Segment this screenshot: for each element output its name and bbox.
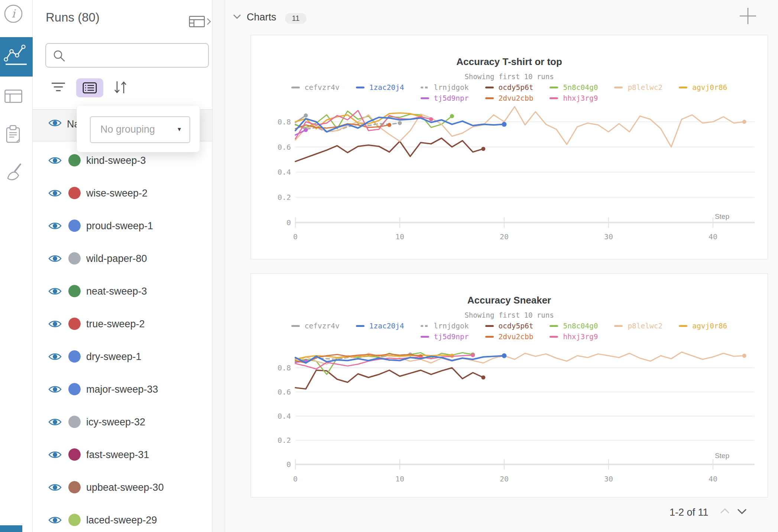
visibility-eye-icon[interactable] [48, 417, 62, 429]
legend-item[interactable]: cefvzr4v [291, 322, 340, 330]
panel-scroll-gutter[interactable] [212, 0, 225, 532]
legend-item[interactable]: 1zac20j4 [356, 322, 404, 330]
legend-item[interactable]: ocdy5p6t [485, 83, 534, 92]
legend-label: lrnjdgok [434, 83, 469, 92]
sort-icon[interactable] [113, 80, 128, 94]
legend-item[interactable]: 2dvu2cbb [485, 94, 534, 103]
chevron-down-icon[interactable] [233, 13, 242, 20]
visibility-eye-icon[interactable] [48, 118, 62, 130]
legend-item[interactable]: ocdy5p6t [485, 322, 534, 330]
grouping-select[interactable]: No grouping ▼ [90, 116, 190, 143]
run-name[interactable]: kind-sweep-3 [86, 155, 146, 166]
visibility-eye-icon[interactable] [48, 450, 62, 461]
filter-icon[interactable] [52, 82, 65, 92]
legend-item[interactable]: p8lelwc2 [614, 322, 662, 330]
expand-table-button[interactable] [189, 16, 212, 28]
svg-text:0.2: 0.2 [278, 193, 291, 202]
run-row[interactable]: true-sweep-2 [33, 308, 212, 340]
run-name[interactable]: icy-sweep-32 [86, 416, 145, 428]
search-icon [53, 49, 66, 63]
legend-swatch-icon [550, 336, 558, 338]
chart-title: Accuracy Sneaker [251, 295, 768, 306]
run-row[interactable]: wild-paper-80 [33, 242, 212, 275]
visibility-eye-icon[interactable] [48, 155, 62, 167]
visibility-eye-icon[interactable] [48, 286, 62, 298]
page-down-chevron-icon[interactable] [736, 507, 748, 515]
run-row[interactable]: upbeat-sweep-30 [33, 471, 212, 504]
legend-item[interactable]: tj5d9npr [421, 332, 469, 341]
chart-panel-accuracy-tshirt[interactable]: Accuracy T-shirt or top Showing first 10… [250, 35, 768, 259]
legend-item[interactable]: 2dvu2cbb [485, 332, 534, 341]
run-color-dot [68, 154, 81, 166]
legend-item[interactable]: hhxj3rg9 [550, 94, 598, 103]
run-name[interactable]: laced-sweep-29 [86, 515, 157, 526]
run-search-input[interactable] [68, 45, 202, 65]
legend-row: tj5d9npr2dvu2cbbhhxj3rg9 [251, 332, 768, 341]
legend-item[interactable]: agvj0r86 [679, 322, 727, 330]
run-row[interactable]: dry-sweep-1 [33, 340, 212, 373]
run-name[interactable]: upbeat-sweep-30 [86, 482, 164, 493]
legend-label: 2dvu2cbb [499, 332, 534, 341]
visibility-eye-icon[interactable] [48, 482, 62, 494]
run-row[interactable]: wise-sweep-2 [33, 177, 212, 210]
series-line-p8lelwc2 [295, 352, 744, 364]
visibility-eye-icon[interactable] [48, 253, 62, 265]
run-name[interactable]: true-sweep-2 [86, 318, 145, 330]
run-row[interactable]: proud-sweep-1 [33, 210, 212, 242]
run-name[interactable]: fast-sweep-31 [86, 449, 149, 461]
run-color-dot [68, 285, 81, 297]
legend-item[interactable]: lrnjdgok [421, 322, 469, 330]
run-name[interactable]: dry-sweep-1 [86, 351, 142, 363]
legend-item[interactable]: 1zac20j4 [356, 83, 404, 92]
series-end-dot [304, 359, 308, 363]
table-icon[interactable] [4, 90, 23, 104]
nav-bottom-active-strip[interactable] [0, 525, 22, 532]
svg-text:0.4: 0.4 [278, 412, 291, 421]
legend-swatch-icon [485, 87, 494, 88]
visibility-eye-icon[interactable] [48, 515, 62, 527]
legend-label: tj5d9npr [434, 332, 469, 341]
legend-item[interactable]: p8lelwc2 [614, 83, 662, 92]
legend-swatch-icon [679, 87, 687, 88]
series-end-dot [304, 113, 308, 117]
legend-item[interactable]: tj5d9npr [421, 94, 469, 103]
legend-item[interactable]: 5n8c04g0 [550, 322, 598, 330]
group-list-button[interactable] [76, 78, 103, 97]
visibility-eye-icon[interactable] [48, 319, 62, 331]
legend-swatch-icon [550, 97, 558, 99]
page-up-chevron-icon[interactable] [719, 507, 731, 515]
legend-item[interactable]: 5n8c04g0 [550, 83, 598, 92]
run-name[interactable]: neat-sweep-3 [86, 286, 147, 297]
chart-title: Accuracy T-shirt or top [251, 56, 768, 68]
visibility-eye-icon[interactable] [48, 351, 62, 363]
legend-item[interactable]: hhxj3rg9 [550, 332, 598, 341]
series-end-dot [429, 117, 433, 121]
add-panel-plus-icon[interactable] [738, 6, 758, 26]
visibility-eye-icon[interactable] [48, 188, 62, 200]
series-line-p8lelwc2 [295, 107, 744, 147]
series-line-agvj0r86 [295, 355, 452, 359]
run-row[interactable]: neat-sweep-3 [33, 275, 212, 308]
clipboard-icon[interactable] [6, 125, 22, 143]
run-name[interactable]: proud-sweep-1 [86, 220, 153, 232]
legend-item[interactable]: cefvzr4v [291, 83, 340, 92]
run-row[interactable]: fast-sweep-31 [33, 438, 212, 471]
broom-icon[interactable] [5, 162, 23, 184]
run-search-box[interactable] [45, 43, 209, 68]
run-color-dot [68, 481, 81, 493]
run-row[interactable]: icy-sweep-32 [33, 406, 212, 438]
legend-item[interactable]: agvj0r86 [679, 83, 727, 92]
run-row[interactable]: major-sweep-33 [33, 373, 212, 406]
info-icon[interactable]: i [0, 0, 27, 27]
legend-item[interactable]: lrnjdgok [421, 83, 469, 92]
run-row[interactable]: laced-sweep-29 [33, 504, 212, 532]
run-name[interactable]: major-sweep-33 [86, 384, 158, 395]
run-name[interactable]: wise-sweep-2 [86, 188, 148, 199]
svg-text:30: 30 [604, 474, 613, 483]
chart-panel-accuracy-sneaker[interactable]: Accuracy Sneaker Showing first 10 runs c… [250, 273, 768, 497]
charts-section-title[interactable]: Charts [247, 12, 276, 23]
run-name[interactable]: wild-paper-80 [86, 253, 147, 265]
nav-charts-active-tile[interactable] [0, 37, 33, 77]
visibility-eye-icon[interactable] [48, 221, 62, 233]
visibility-eye-icon[interactable] [48, 384, 62, 396]
